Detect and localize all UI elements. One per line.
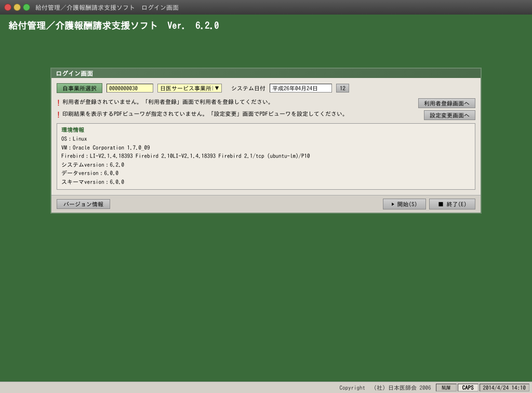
system-date-input[interactable]: 平成26年04月24日: [270, 84, 332, 93]
env-line-4: データversion：6.0.0: [61, 169, 471, 178]
top-row: 自事業所選択 0000000030 日医サービス事業所 ▼ システム日付 平成2…: [57, 83, 475, 93]
warning-bullet-2: !: [57, 111, 60, 120]
datetime-status: 2014/4/24 14:10: [480, 384, 530, 391]
num-status: NUM: [436, 384, 457, 391]
env-info-title: 環境情報: [61, 127, 471, 133]
business-name-dropdown[interactable]: 日医サービス事業所 ▼: [157, 84, 222, 93]
env-line-1: VM：Oracle Corporation 1.7.0_09: [61, 143, 471, 152]
env-line-5: スキーマversion：6.0.0: [61, 178, 471, 187]
env-line-3: システムversion：6.2.0: [61, 161, 471, 169]
action-buttons: ▶ 開始(S) ■ 終了(E): [383, 199, 476, 209]
title-bar-text: 給付管理／介護報酬請求支援ソフト ログイン画面: [35, 4, 179, 10]
status-bar: Copyright （社）日本医師会 2006 NUM CAPS 2014/4/…: [0, 382, 532, 393]
panel-content: 自事業所選択 0000000030 日医サービス事業所 ▼ システム日付 平成2…: [51, 78, 481, 195]
settings-change-button[interactable]: 設定変更画面へ: [424, 110, 475, 120]
env-line-2: Firebird：LI-V2.1.4.18393 Firebird 2.10LI…: [61, 152, 471, 161]
user-registration-button[interactable]: 利用者登録画面へ: [418, 98, 475, 108]
minimize-button[interactable]: [14, 4, 21, 11]
caps-status: CAPS: [458, 384, 478, 391]
warning-row-1: ! 利用者が登録されていません。「利用者登録」画面で利用者を登録してください。 …: [57, 98, 475, 108]
env-line-0: OS：Linux: [61, 135, 471, 143]
login-panel: ログイン画面 自事業所選択 0000000030 日医サービス事業所 ▼ システ…: [50, 68, 482, 214]
warning-text-2: 印刷結果を表示するPDFビューワが指定されていません。「設定変更」画面でPDFビ…: [62, 111, 421, 116]
system-date-label: システム日付: [231, 85, 265, 91]
business-code-field[interactable]: 0000000030: [107, 84, 153, 93]
panel-title: ログイン画面: [51, 69, 481, 78]
app-title: 給付管理／介護報酬請求支援ソフト Ver. 6.2.0: [8, 21, 524, 30]
warning-text-1: 利用者が登録されていません。「利用者登録」画面で利用者を登録してください。: [62, 99, 415, 104]
version-info-button[interactable]: バージョン情報: [57, 199, 110, 209]
copyright-text: Copyright （社）日本医師会 2006: [2, 385, 431, 390]
date-calendar-button[interactable]: 12: [336, 84, 349, 93]
bottom-bar: バージョン情報 ▶ 開始(S) ■ 終了(E): [51, 195, 481, 213]
warning-bullet-1: !: [57, 99, 60, 108]
env-info-text: OS：Linux VM：Oracle Corporation 1.7.0_09 …: [61, 135, 471, 186]
main-area: ログイン画面 自事業所選択 0000000030 日医サービス事業所 ▼ システ…: [0, 36, 532, 224]
app-header: 給付管理／介護報酬請求支援ソフト Ver. 6.2.0: [0, 15, 532, 36]
dropdown-arrow-icon[interactable]: ▼: [212, 86, 219, 90]
title-bar: 給付管理／介護報酬請求支援ソフト ログイン画面: [0, 0, 532, 15]
exit-button[interactable]: ■ 終了(E): [429, 199, 475, 209]
warning-row-2: ! 印刷結果を表示するPDFビューワが指定されていません。「設定変更」画面でPD…: [57, 110, 475, 120]
start-button[interactable]: ▶ 開始(S): [383, 199, 427, 209]
business-select-button[interactable]: 自事業所選択: [57, 83, 102, 93]
close-button[interactable]: [4, 4, 11, 11]
maximize-button[interactable]: [23, 4, 30, 11]
window-controls: [4, 4, 30, 11]
env-info-section: 環境情報 OS：Linux VM：Oracle Corporation 1.7.…: [57, 123, 475, 190]
